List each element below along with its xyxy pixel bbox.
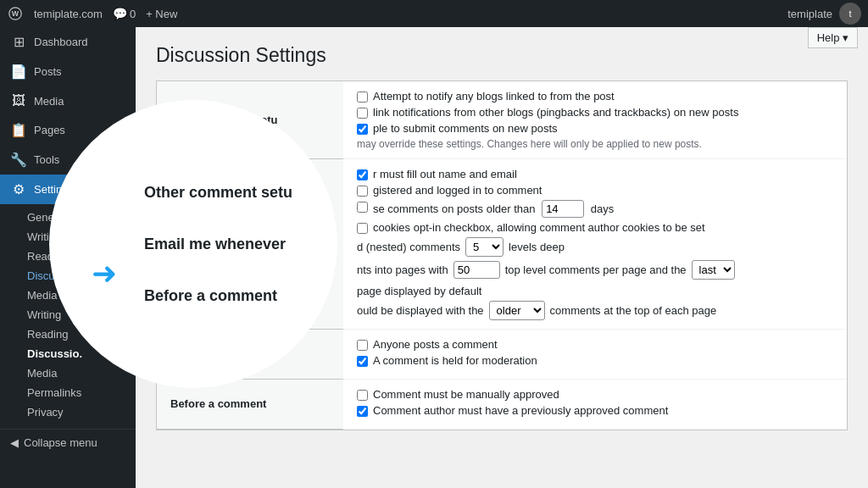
logged-in-row: gistered and logged in to comment — [357, 184, 833, 197]
close-days-label: se comments on posts older than days — [373, 200, 614, 218]
sidebar-item-settings[interactable]: ⚙ Settings ◀ — [0, 175, 136, 204]
collapse-icon: ◀ — [10, 436, 19, 449]
main-content: Discussion Settings Other comment setu A… — [136, 27, 868, 488]
help-button[interactable]: Help ▾ — [808, 27, 858, 48]
sidebar-item-posts[interactable]: 📄 Posts — [0, 57, 136, 86]
settings-table: Other comment setu Attempt to notify any… — [157, 81, 847, 430]
pages-unit: page displayed by default — [357, 285, 481, 297]
row-before-appears: Before a comment Comment must be manuall… — [157, 380, 847, 430]
sidebar-item-dashboard[interactable]: ⊞ Dashboard — [0, 27, 136, 57]
sidebar-sub-privacy[interactable]: Privacy — [0, 402, 136, 422]
settings-icon: ⚙ — [10, 181, 27, 197]
close-days-row: se comments on posts older than days — [357, 200, 833, 218]
order-row: ould be displayed with the oldernewer co… — [357, 301, 833, 320]
before-appears-header: Before a comment — [157, 380, 343, 430]
pingbacks-label: link notifications from other blogs (pin… — [373, 106, 738, 119]
chevron-icon: ◀ — [119, 185, 125, 194]
sidebar-sub-permalinks[interactable]: Permalinks — [0, 383, 136, 402]
sidebar-sub-media2[interactable]: Media — [0, 363, 136, 383]
moderation-row: A comment is held for moderation — [357, 354, 833, 367]
pingbacks-checkbox[interactable] — [357, 108, 368, 119]
moderation-checkbox[interactable] — [357, 356, 368, 367]
prev-approved-label: Comment author must have a previously ap… — [373, 404, 668, 417]
sidebar-sub-reading[interactable]: Reading — [0, 247, 136, 266]
row-notify-blogs: Other comment setu Attempt to notify any… — [157, 81, 847, 159]
override-note: may override these settings. Changes her… — [357, 138, 833, 150]
sidebar-sub-media[interactable]: Media — [0, 286, 136, 305]
new-content-link[interactable]: + New — [146, 8, 177, 20]
prev-approved-checkbox[interactable] — [357, 406, 368, 417]
svg-text:W: W — [12, 9, 19, 18]
manual-approval-checkbox[interactable] — [357, 390, 368, 401]
manual-approval-row: Comment must be manually approved — [357, 388, 833, 401]
user-name: temiplate — [787, 8, 832, 20]
pages-input[interactable] — [453, 261, 500, 279]
sidebar: ⊞ Dashboard 📄 Posts 🖼 Media 📋 Pages 🔧 To… — [0, 27, 136, 488]
pingbacks-row: link notifications from other blogs (pin… — [357, 106, 833, 119]
page-title: Discussion Settings — [156, 44, 848, 67]
moderation-label: A comment is held for moderation — [373, 354, 537, 367]
wp-logo-icon[interactable]: W — [7, 5, 24, 22]
name-email-label: r must fill out name and email — [373, 168, 517, 180]
pages-label: nts into pages with — [357, 263, 448, 276]
cookies-label: cookies opt-in checkbox, allowing commen… — [373, 221, 705, 234]
name-email-row: r must fill out name and email — [357, 168, 833, 180]
topbar-right: temiplate t — [787, 3, 861, 25]
tools-icon: 🔧 — [10, 152, 27, 168]
collapse-menu-button[interactable]: ◀ Collapse menu — [0, 429, 136, 456]
pages-label2: top level comments per page and the — [505, 263, 687, 276]
nested-label: d (nested) comments — [357, 241, 460, 253]
notify-blogs-checkbox[interactable] — [357, 92, 368, 103]
allow-comments-row: ple to submit comments on new posts — [357, 122, 833, 135]
logged-in-label: gistered and logged in to comment — [373, 184, 542, 197]
comment-moderation-header: Co — [157, 159, 343, 330]
sidebar-item-media[interactable]: 🖼 Media — [0, 86, 136, 115]
order-select[interactable]: oldernewer — [489, 301, 545, 320]
manual-approval-label: Comment must be manually approved — [373, 388, 559, 401]
sidebar-sub-reading2[interactable]: Reading — [0, 324, 136, 344]
other-comment-settings-box: Other comment setu Attempt to notify any… — [156, 80, 848, 430]
order-label: ould be displayed with the — [357, 304, 484, 317]
sidebar-sub-discussion2[interactable]: Discussio. — [0, 344, 136, 363]
allow-comments-checkbox[interactable] — [357, 124, 368, 135]
cookies-row: cookies opt-in checkbox, allowing commen… — [357, 221, 833, 234]
allow-comments-label: ple to submit comments on new posts — [373, 122, 558, 135]
dashboard-icon: ⊞ — [10, 34, 27, 50]
nested-row: d (nested) comments 51234678910 levels d… — [357, 237, 833, 257]
notify-blogs-label: Attempt to notify any blogs linked to fr… — [373, 90, 615, 103]
cookies-checkbox[interactable] — [357, 223, 368, 234]
notify-blogs-row: Attempt to notify any blogs linked to fr… — [357, 90, 833, 103]
nested-select[interactable]: 51234678910 — [465, 237, 504, 257]
site-name[interactable]: temiplate.com — [34, 8, 103, 20]
row-email-whenever: Email me whenever Anyone posts a comment… — [157, 330, 847, 380]
sidebar-sub-writing2[interactable]: Writing — [0, 305, 136, 324]
pages-icon: 📋 — [10, 122, 27, 138]
row-comment-moderation: Co r must fill out name and email gister… — [157, 159, 847, 330]
sidebar-item-tools[interactable]: 🔧 Tools — [0, 145, 136, 175]
media-icon: 🖼 — [10, 93, 27, 108]
close-days-input[interactable] — [542, 200, 584, 218]
nested-unit: levels deep — [509, 241, 565, 253]
settings-submenu: General Writing Reading Discussion Media… — [0, 204, 136, 422]
avatar[interactable]: t — [839, 3, 861, 25]
email-whenever-header: Email me whenever — [157, 330, 343, 380]
other-settings-header: Other comment setu — [157, 81, 343, 159]
sidebar-sub-writing[interactable]: Writing — [0, 227, 136, 247]
logged-in-checkbox[interactable] — [357, 186, 368, 197]
last-select[interactable]: lastfirst — [692, 260, 735, 280]
pages-row: nts into pages with top level comments p… — [357, 260, 833, 297]
posts-icon: 📄 — [10, 64, 27, 80]
sidebar-sub-general[interactable]: General — [0, 208, 136, 227]
anyone-posts-row: Anyone posts a comment — [357, 338, 833, 351]
sidebar-item-pages[interactable]: 📋 Pages — [0, 115, 136, 145]
topbar: W temiplate.com 💬 0 + New temiplate t — [0, 0, 868, 27]
comment-bubble-icon: 💬 — [113, 7, 127, 20]
order-unit: comments at the top of each page — [550, 304, 717, 317]
prev-approved-row: Comment author must have a previously ap… — [357, 404, 833, 417]
comments-link[interactable]: 💬 0 — [113, 7, 136, 20]
anyone-posts-checkbox[interactable] — [357, 340, 368, 351]
sidebar-sub-discussion[interactable]: Discussion — [0, 266, 136, 286]
anyone-posts-label: Anyone posts a comment — [373, 338, 498, 351]
name-email-checkbox[interactable] — [357, 169, 368, 180]
close-days-checkbox[interactable] — [357, 202, 368, 213]
